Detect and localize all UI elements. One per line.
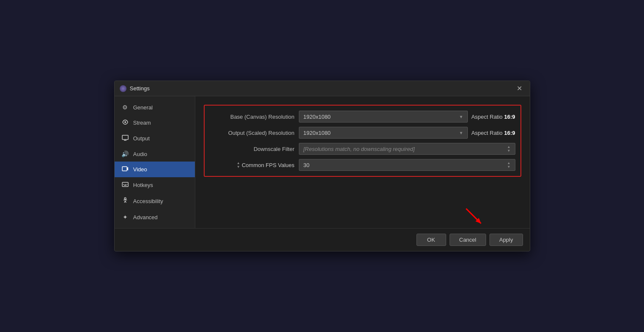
output-resolution-dropdown[interactable]: 1920x1080 ▼: [299, 127, 468, 139]
downscale-filter-value: [Resolutions match, no downscaling requi…: [304, 146, 415, 152]
svg-point-0: [124, 121, 126, 123]
output-resolution-label: Output (Scaled) Resolution: [210, 130, 295, 136]
sidebar-item-stream[interactable]: Stream: [115, 115, 195, 131]
base-aspect-ratio-value: 16:9: [504, 114, 515, 120]
downscale-filter-control: [Resolutions match, no downscaling requi…: [299, 143, 515, 155]
audio-icon: 🔊: [121, 151, 129, 157]
sidebar-item-output[interactable]: Output: [115, 131, 195, 146]
output-aspect-ratio-value: 16:9: [504, 130, 515, 136]
video-settings-section: Base (Canvas) Resolution 1920x1080 ▼ Asp…: [204, 105, 521, 177]
apply-button[interactable]: Apply: [489, 234, 523, 246]
sidebar-item-video[interactable]: Video: [115, 162, 195, 177]
base-resolution-value: 1920x1080: [304, 114, 331, 120]
fps-values-row: ▲ ▼ Common FPS Values 30 ▲ ▼: [210, 159, 515, 171]
gear-icon: ⚙: [121, 104, 129, 111]
base-resolution-label: Base (Canvas) Resolution: [210, 114, 295, 120]
fps-spin-up-icon: ▲: [507, 162, 511, 165]
fps-spinbox[interactable]: 30 ▲ ▼: [299, 159, 515, 171]
svg-point-9: [124, 198, 126, 199]
output-resolution-value: 1920x1080: [304, 130, 331, 136]
downscale-filter-spinbox[interactable]: [Resolutions match, no downscaling requi…: [299, 143, 515, 155]
sidebar-item-accessibility[interactable]: Accessibility: [115, 193, 195, 209]
fps-values-label: Common FPS Values: [242, 162, 294, 168]
sidebar-label-audio: Audio: [133, 151, 147, 157]
video-icon: [121, 166, 129, 173]
fps-up-icon: ▲: [237, 162, 240, 165]
fps-label-container: ▲ ▼ Common FPS Values: [210, 162, 295, 169]
fps-value: 30: [304, 162, 309, 168]
title-bar: Settings ✕: [115, 81, 530, 96]
stream-icon: [121, 119, 129, 126]
spin-down-icon: ▼: [507, 149, 511, 153]
base-resolution-row: Base (Canvas) Resolution 1920x1080 ▼ Asp…: [210, 111, 515, 123]
sidebar-label-output: Output: [133, 135, 150, 142]
svg-rect-3: [122, 167, 127, 171]
advanced-icon: ✦: [121, 214, 129, 220]
obs-logo-icon: [120, 85, 127, 92]
output-resolution-row: Output (Scaled) Resolution 1920x1080 ▼ A…: [210, 127, 515, 139]
dialog-footer: OK Cancel Apply: [115, 228, 530, 251]
sidebar-label-video: Video: [133, 166, 147, 173]
hotkeys-icon: [121, 181, 129, 189]
base-aspect-ratio-label: Aspect Ratio 16:9: [471, 114, 515, 120]
sidebar-item-hotkeys[interactable]: Hotkeys: [115, 177, 195, 193]
sidebar-label-general: General: [133, 104, 153, 111]
base-resolution-control: 1920x1080 ▼ Aspect Ratio 16:9: [299, 111, 515, 123]
fps-control: 30 ▲ ▼: [299, 159, 515, 171]
sidebar-label-accessibility: Accessibility: [133, 198, 163, 204]
fps-label-arrows: ▲ ▼: [237, 162, 240, 169]
close-button[interactable]: ✕: [515, 84, 525, 94]
title-bar-left: Settings: [120, 85, 150, 92]
fps-down-icon: ▼: [237, 165, 240, 169]
dropdown-arrow-icon2: ▼: [459, 131, 463, 135]
sidebar-item-general[interactable]: ⚙ General: [115, 100, 195, 115]
sidebar-item-advanced[interactable]: ✦ Advanced: [115, 209, 195, 225]
dropdown-arrow-icon: ▼: [459, 114, 463, 119]
downscale-filter-row: Downscale Filter [Resolutions match, no …: [210, 143, 515, 155]
fps-spin-down-icon: ▼: [507, 165, 511, 169]
red-arrow-indicator: [462, 204, 487, 230]
cancel-button[interactable]: Cancel: [450, 234, 486, 246]
svg-rect-1: [122, 135, 128, 139]
sidebar: ⚙ General Stream: [115, 96, 195, 228]
output-aspect-ratio-label: Aspect Ratio 16:9: [471, 130, 515, 136]
accessibility-icon: [121, 197, 129, 205]
sidebar-item-audio[interactable]: 🔊 Audio: [115, 146, 195, 162]
settings-dialog: Settings ✕ ⚙ General Stream: [114, 81, 530, 251]
sidebar-label-hotkeys: Hotkeys: [133, 182, 153, 188]
base-resolution-dropdown[interactable]: 1920x1080 ▼: [299, 111, 468, 123]
ok-button[interactable]: OK: [416, 234, 446, 246]
dialog-title: Settings: [130, 85, 150, 92]
fps-spin-arrows: ▲ ▼: [507, 162, 511, 169]
output-icon: [121, 135, 129, 142]
spinbox-arrows: ▲ ▼: [507, 145, 511, 153]
spin-up-icon: ▲: [507, 145, 511, 149]
downscale-filter-label: Downscale Filter: [210, 146, 295, 152]
sidebar-label-stream: Stream: [133, 120, 151, 126]
sidebar-label-advanced: Advanced: [133, 214, 158, 220]
output-resolution-control: 1920x1080 ▼ Aspect Ratio 16:9: [299, 127, 515, 139]
